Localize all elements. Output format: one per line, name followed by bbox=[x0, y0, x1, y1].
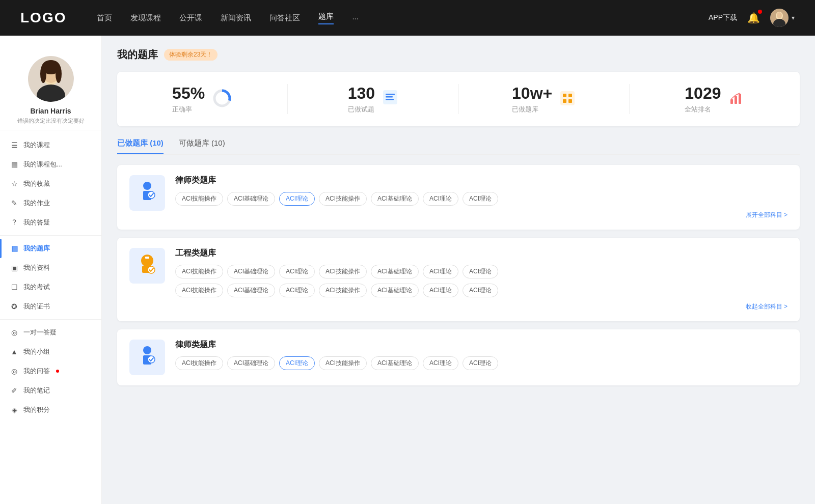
app-download-button[interactable]: APP下载 bbox=[709, 13, 737, 22]
tag[interactable]: ACI基础理论 bbox=[227, 284, 275, 297]
svg-point-3 bbox=[777, 12, 782, 18]
unread-dot bbox=[56, 370, 59, 373]
sidebar-item-label: 我的小组 bbox=[23, 347, 50, 356]
qbank-icon-wrap bbox=[129, 248, 165, 284]
nav-item-问答社区[interactable]: 问答社区 bbox=[269, 13, 300, 23]
tag[interactable]: ACI技能操作 bbox=[319, 192, 367, 206]
sidebar-item-一对一答疑[interactable]: ◎ 一对一答疑 bbox=[0, 323, 101, 342]
expand-link[interactable]: 收起全部科目 > bbox=[175, 302, 787, 311]
chart-icon bbox=[728, 90, 744, 108]
svg-rect-21 bbox=[563, 99, 566, 103]
sidebar-icon: ▦ bbox=[10, 160, 18, 169]
tag[interactable]: ACI技能操作 bbox=[175, 192, 223, 206]
sidebar-item-label: 我的答疑 bbox=[23, 218, 50, 227]
tag[interactable]: ACI基础理论 bbox=[371, 192, 419, 206]
sidebar-item-label: 我的课程 bbox=[23, 141, 50, 150]
nav-item-题库[interactable]: 题库 bbox=[318, 12, 334, 24]
tag[interactable]: ACI理论 bbox=[463, 356, 498, 370]
sidebar-item-我的课程[interactable]: ☰ 我的课程 bbox=[0, 135, 101, 155]
tags-row-1: ACI技能操作ACI基础理论ACI理论ACI技能操作ACI基础理论ACI理论AC… bbox=[175, 265, 787, 278]
nav-item-公开课[interactable]: 公开课 bbox=[179, 13, 202, 23]
qbank-title: 律师类题库 bbox=[175, 175, 787, 186]
sidebar-item-我的题库[interactable]: ▤ 我的题库 bbox=[0, 239, 101, 258]
sidebar-item-我的积分[interactable]: ◈ 我的积分 bbox=[0, 400, 101, 419]
tag[interactable]: ACI理论 bbox=[279, 265, 315, 278]
user-avatar-menu[interactable]: ▾ bbox=[770, 9, 795, 27]
tag[interactable]: ACI技能操作 bbox=[319, 284, 367, 297]
nav-item-发现课程[interactable]: 发现课程 bbox=[130, 13, 161, 23]
qbank-card-1: 工程类题库 ACI技能操作ACI基础理论ACI理论ACI技能操作ACI基础理论A… bbox=[117, 238, 800, 321]
sidebar-icon: ✐ bbox=[10, 386, 18, 395]
sidebar-item-label: 一对一答疑 bbox=[23, 328, 57, 337]
svg-point-33 bbox=[143, 346, 151, 354]
stat-value-done: 130 已做试题 bbox=[348, 84, 375, 114]
sidebar-icon: ✎ bbox=[10, 199, 18, 207]
grid-icon bbox=[559, 90, 576, 108]
logo[interactable]: LOGO bbox=[20, 10, 66, 26]
sidebar-item-我的收藏[interactable]: ☆ 我的收藏 bbox=[0, 174, 101, 193]
svg-rect-17 bbox=[386, 99, 394, 100]
tab-可做题库 (10)[interactable]: 可做题库 (10) bbox=[179, 138, 225, 154]
qbank-icon-wrap bbox=[129, 340, 165, 375]
tag[interactable]: ACI理论 bbox=[423, 284, 458, 297]
rank-number: 1029 bbox=[685, 84, 721, 103]
sidebar-item-我的作业[interactable]: ✎ 我的作业 bbox=[0, 193, 101, 213]
tag[interactable]: ACI技能操作 bbox=[319, 265, 367, 278]
tags-row-1: ACI技能操作ACI基础理论ACI理论ACI技能操作ACI基础理论ACI理论AC… bbox=[175, 192, 787, 206]
tag[interactable]: ACI基础理论 bbox=[227, 356, 275, 370]
tag[interactable]: ACI基础理论 bbox=[371, 265, 419, 278]
nav-item-···[interactable]: ··· bbox=[352, 14, 359, 22]
sidebar-item-label: 我的考试 bbox=[23, 283, 50, 292]
sidebar-icon: ✪ bbox=[10, 302, 18, 311]
tag[interactable]: ACI理论 bbox=[279, 284, 315, 297]
accuracy-number: 55% bbox=[172, 84, 205, 103]
tag[interactable]: ACI基础理论 bbox=[227, 265, 275, 278]
sidebar-item-我的答疑[interactable]: ？ 我的答疑 bbox=[0, 213, 101, 232]
qbank-body: 律师类题库 ACI技能操作ACI基础理论ACI理论ACI技能操作ACI基础理论A… bbox=[175, 340, 787, 375]
tag[interactable]: ACI理论 bbox=[463, 192, 498, 206]
tag[interactable]: ACI技能操作 bbox=[175, 284, 223, 297]
avatar bbox=[770, 9, 789, 27]
tag[interactable]: ACI理论 bbox=[463, 284, 498, 297]
sidebar-item-label: 我的课程包... bbox=[23, 160, 62, 169]
qbank-icon bbox=[136, 180, 158, 207]
sidebar-item-label: 我的问答 bbox=[23, 367, 50, 376]
tag[interactable]: ACI技能操作 bbox=[175, 265, 223, 278]
tab-已做题库 (10)[interactable]: 已做题库 (10) bbox=[117, 138, 164, 154]
bell-icon[interactable]: 🔔 bbox=[747, 12, 760, 23]
tag[interactable]: ACI理论 bbox=[279, 192, 315, 206]
tag[interactable]: ACI技能操作 bbox=[319, 356, 367, 370]
expand-link[interactable]: 展开全部科目 > bbox=[175, 211, 787, 219]
tag[interactable]: ACI基础理论 bbox=[371, 284, 419, 297]
sidebar-item-我的小组[interactable]: ▲ 我的小组 bbox=[0, 342, 101, 361]
stat-value-accuracy: 55% 正确率 bbox=[172, 84, 205, 114]
stats-row: 55% 正确率 130 已做试题 bbox=[117, 72, 800, 126]
tag[interactable]: ACI基础理论 bbox=[227, 192, 275, 206]
tag[interactable]: ACI理论 bbox=[423, 356, 458, 370]
sidebar-item-我的问答[interactable]: ◎ 我的问答 bbox=[0, 361, 101, 381]
tag[interactable]: ACI理论 bbox=[463, 265, 498, 278]
nav-item-新闻资讯[interactable]: 新闻资讯 bbox=[221, 13, 251, 23]
stat-value-banks: 10w+ 已做题库 bbox=[512, 84, 552, 114]
rank-label: 全站排名 bbox=[685, 105, 721, 114]
qbank-body: 律师类题库 ACI技能操作ACI基础理论ACI理论ACI技能操作ACI基础理论A… bbox=[175, 175, 787, 219]
nav-item-首页[interactable]: 首页 bbox=[97, 13, 112, 23]
qbank-icon bbox=[136, 253, 158, 279]
tag[interactable]: ACI技能操作 bbox=[175, 356, 223, 370]
tag[interactable]: ACI基础理论 bbox=[371, 356, 419, 370]
svg-point-9 bbox=[56, 65, 62, 83]
sidebar-item-我的证书[interactable]: ✪ 我的证书 bbox=[0, 297, 101, 316]
sidebar-item-我的资料[interactable]: ▣ 我的资料 bbox=[0, 258, 101, 277]
sidebar-item-我的课程包...[interactable]: ▦ 我的课程包... bbox=[0, 155, 101, 174]
sidebar-item-我的笔记[interactable]: ✐ 我的笔记 bbox=[0, 381, 101, 400]
main-wrapper: Brian Harris 错误的决定比没有决定要好 ☰ 我的课程 ▦ 我的课程包… bbox=[0, 36, 815, 504]
tag[interactable]: ACI理论 bbox=[423, 265, 458, 278]
tag[interactable]: ACI理论 bbox=[423, 192, 458, 206]
qbank-icon-wrap bbox=[129, 175, 165, 211]
sidebar-icon: ◎ bbox=[10, 367, 18, 375]
tag[interactable]: ACI理论 bbox=[279, 356, 315, 370]
sidebar-item-我的考试[interactable]: ☐ 我的考试 bbox=[0, 277, 101, 297]
sidebar-icon: ◈ bbox=[10, 406, 18, 414]
sidebar-menu: ☰ 我的课程 ▦ 我的课程包... ☆ 我的收藏 ✎ 我的作业 ？ 我的答疑 ▤… bbox=[0, 135, 101, 419]
done-number: 130 bbox=[348, 84, 375, 103]
